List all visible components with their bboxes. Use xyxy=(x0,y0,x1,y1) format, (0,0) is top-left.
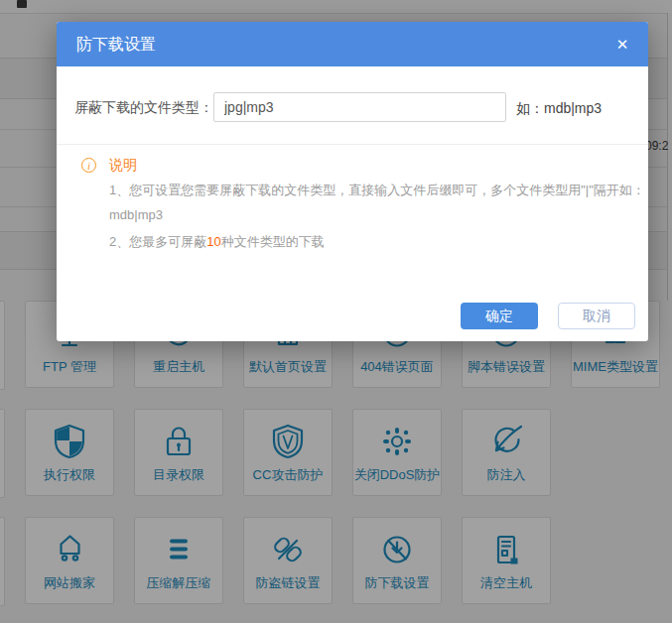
anti-download-settings-dialog: 防下载设置 ✕ 屏蔽下载的文件类型： 如：mdb|mp3 i 说明 1、您可设置… xyxy=(57,22,648,341)
notice-line-3: 2、您最多可屏蔽10种文件类型的下载 xyxy=(109,233,325,251)
notice-highlight: 10 xyxy=(206,234,220,249)
notice-title: 说明 xyxy=(109,157,137,175)
cancel-button[interactable]: 取消 xyxy=(558,303,635,329)
dialog-title: 防下载设置 xyxy=(76,22,156,66)
file-types-hint: 如：mdb|mp3 xyxy=(516,100,602,118)
notice-line-2: mdb|mp3 xyxy=(109,207,163,222)
file-types-input[interactable] xyxy=(213,92,506,122)
notice-line-1: 1、您可设置您需要屏蔽下载的文件类型，直接输入文件后缀即可，多个文件类型用"|"… xyxy=(109,182,645,199)
info-icon: i xyxy=(81,158,96,173)
close-icon[interactable]: ✕ xyxy=(608,22,636,66)
dialog-divider xyxy=(57,144,648,145)
screen: 09:2 FTP 管理 重启主机 默认首页设置 xyxy=(0,0,672,623)
file-types-label: 屏蔽下载的文件类型： xyxy=(74,99,213,117)
confirm-button[interactable]: 确定 xyxy=(461,303,538,329)
dialog-header: 防下载设置 ✕ xyxy=(57,22,648,66)
